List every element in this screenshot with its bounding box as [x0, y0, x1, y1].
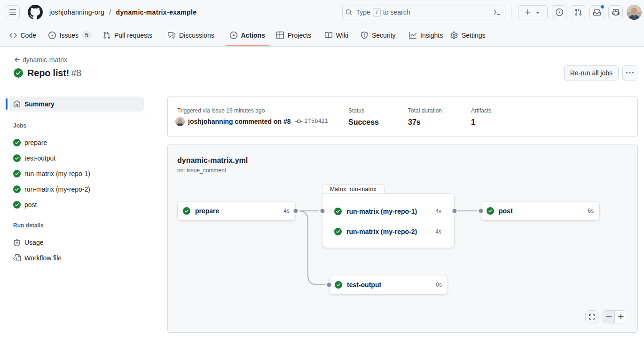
back-to-workflow-link[interactable]: dynamic-matrix — [14, 56, 67, 64]
status-column: Status Success — [348, 106, 408, 127]
tab-settings[interactable]: Settings — [447, 24, 489, 46]
github-logo[interactable] — [28, 5, 43, 20]
tab-pull-requests[interactable]: Pull requests — [99, 24, 156, 46]
hamburger-menu-button[interactable] — [6, 5, 20, 19]
zoom-out-button[interactable] — [603, 311, 615, 323]
inbox-button[interactable] — [589, 5, 604, 19]
tab-code[interactable]: Code — [6, 24, 40, 46]
graph-icon — [409, 32, 416, 39]
graph-node-prepare[interactable]: prepare 4s — [177, 201, 296, 221]
run-details-section-header: Run details — [9, 213, 149, 234]
sidebar-job-prepare[interactable]: prepare — [9, 135, 144, 150]
tab-projects[interactable]: Projects — [273, 24, 315, 46]
check-circle-icon — [335, 281, 342, 289]
search-right-controls — [489, 8, 501, 16]
zoom-in-button[interactable] — [615, 311, 627, 323]
check-circle-icon — [13, 154, 21, 162]
sidebar-item-label: Workflow file — [24, 254, 62, 262]
zoom-control-group — [603, 310, 627, 323]
tab-security[interactable]: Security — [357, 24, 400, 46]
git-pull-request-icon — [574, 8, 582, 16]
sidebar-item-label: Usage — [24, 239, 43, 246]
workflow-graph-card: dynamic-matrix.yml on: issue_comment pre… — [167, 145, 638, 333]
artifacts-column: Artifacts 1 — [471, 106, 491, 127]
sidebar-item-usage[interactable]: Usage — [9, 234, 144, 250]
graph-node-post[interactable]: post 6s — [481, 201, 600, 221]
tab-insights[interactable]: Insights — [405, 24, 447, 46]
issue-opened-icon — [556, 8, 563, 16]
connector-dot — [451, 208, 458, 215]
tab-discussions[interactable]: Discussions — [164, 24, 218, 46]
pull-requests-header-button[interactable] — [571, 5, 585, 19]
three-bars-icon — [9, 8, 16, 16]
matrix-group: run-matrix (my-repo-1) 4s run-matrix (my… — [322, 193, 455, 248]
github-octocat-icon — [28, 5, 43, 20]
run-title-text: Repo list! — [27, 68, 69, 79]
status-value: Success — [348, 118, 408, 127]
tab-label: Projects — [288, 32, 312, 39]
search-icon — [346, 9, 352, 16]
tab-label: Discussions — [179, 32, 214, 39]
job-label: prepare — [24, 139, 47, 146]
tab-label: Actions — [241, 32, 265, 39]
issues-header-button[interactable] — [552, 5, 566, 19]
sidebar-item-workflow-file[interactable]: Workflow file — [9, 250, 144, 266]
run-options-kebab-button[interactable] — [622, 65, 637, 80]
git-pull-request-icon — [103, 32, 110, 39]
play-icon — [230, 32, 237, 39]
run-main: Triggered via issue 19 minutes ago joshj… — [167, 97, 638, 333]
sidebar-job-run-matrix-2[interactable]: run-matrix (my-repo-2) — [9, 181, 144, 197]
breadcrumb-org-link[interactable]: joshjohanning-org — [49, 8, 104, 16]
node-label: run-matrix (my-repo-1) — [346, 208, 417, 215]
create-new-button[interactable] — [518, 5, 548, 19]
sidebar-job-test-output[interactable]: test-output — [9, 150, 144, 166]
book-icon — [325, 32, 332, 39]
tab-label: Issues — [60, 32, 79, 39]
run-title: Repo list! #8 — [14, 68, 81, 79]
matrix-group-tab: Matrix: run-matrix — [322, 184, 385, 194]
copilot-button[interactable] — [608, 5, 623, 19]
tab-label: Pull requests — [114, 32, 152, 39]
back-row: dynamic-matrix — [14, 55, 637, 64]
issues-counter-badge: 5 — [82, 31, 91, 40]
job-label: test-output — [24, 154, 55, 162]
user-avatar-button[interactable] — [627, 5, 642, 20]
trigger-column: Triggered via issue 19 minutes ago joshj… — [177, 106, 348, 127]
rerun-all-jobs-button[interactable]: Re-run all jobs — [564, 65, 619, 80]
sidebar-job-post[interactable]: post — [9, 197, 144, 212]
file-code-icon — [13, 254, 21, 262]
search-input[interactable]: Type/to search — [342, 6, 505, 19]
tab-issues[interactable]: Issues 5 — [45, 24, 95, 46]
fullscreen-button[interactable] — [585, 310, 598, 323]
gear-icon — [450, 32, 458, 39]
breadcrumb-repo-link[interactable]: dynamic-matrix-example — [116, 8, 197, 16]
node-label: prepare — [195, 207, 219, 215]
artifacts-label: Artifacts — [471, 106, 491, 115]
trigger-label: Triggered via issue 19 minutes ago — [177, 106, 348, 115]
sidebar-item-summary[interactable]: Summary — [9, 97, 144, 112]
tab-label: Settings — [462, 32, 486, 39]
app-header: joshjohanning-org / dynamic-matrix-examp… — [0, 0, 644, 24]
tab-label: Insights — [420, 32, 443, 39]
notification-dot — [600, 5, 605, 9]
tab-wiki[interactable]: Wiki — [321, 24, 352, 46]
graph-node-run-matrix-2[interactable]: run-matrix (my-repo-2) 4s — [322, 221, 454, 241]
tab-label: Code — [21, 32, 36, 39]
sidebar-job-run-matrix-1[interactable]: run-matrix (my-repo-1) — [9, 166, 144, 181]
commit-sha-link[interactable]: 2f5b421 — [305, 118, 328, 125]
triangle-down-icon — [534, 8, 542, 16]
tab-actions[interactable]: Actions — [226, 24, 269, 46]
actor-commented-text: joshjohanning commented on #8 — [188, 118, 291, 125]
graph-node-test-output[interactable]: test-output 0s — [329, 275, 448, 295]
check-circle-icon — [183, 207, 190, 215]
tab-label: Security — [372, 32, 396, 39]
command-palette-icon[interactable] — [493, 8, 501, 16]
slash-key-hint: / — [373, 8, 381, 16]
success-check-icon — [14, 68, 23, 78]
run-sidebar: Summary Jobs prepare test-output run-mat… — [6, 97, 149, 333]
copilot-icon — [612, 8, 620, 16]
node-label: test-output — [347, 281, 381, 289]
title-actions: Re-run all jobs — [564, 65, 637, 80]
home-icon — [13, 100, 21, 108]
graph-node-run-matrix-1[interactable]: run-matrix (my-repo-1) 4s — [322, 201, 454, 221]
